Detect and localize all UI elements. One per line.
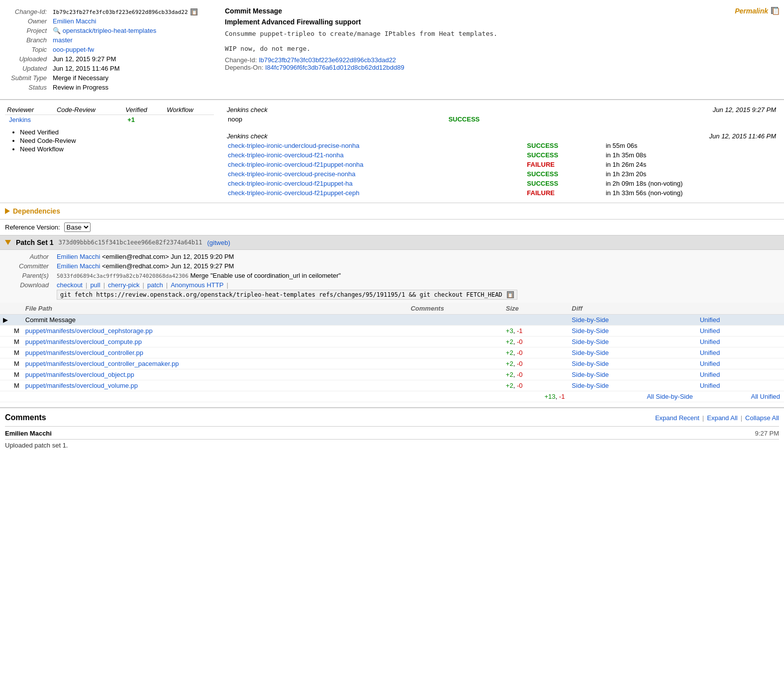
topic-value[interactable]: ooo-puppet-fw [51,45,214,54]
jenkins-date-2: Jun 12, 2015 11:46 PM [524,131,778,141]
topic-row: Topic ooo-puppet-fw [5,45,214,54]
file-path-2[interactable]: puppet/manifests/overcloud_compute.pp [22,337,408,347]
commit-message-label: Commit Message [225,7,282,15]
cherry-pick-link[interactable]: cherry-pick [108,281,140,289]
commit-header: Commit Message Permalink 📋 [225,7,778,15]
file-row-4: M puppet/manifests/overcloud_controller_… [0,358,784,369]
dependencies-collapse-icon[interactable] [5,208,10,214]
jenkins-check-time-4: in 1h 23m 20s [603,169,778,179]
file-comments-1 [407,326,502,337]
reviewer-name-jenkins[interactable]: Jenkins [5,115,55,125]
commit-msg-path[interactable]: Commit Message [22,315,408,326]
file-size-col: Size [503,303,569,315]
reference-version-select[interactable]: Base [64,223,91,232]
commit-depends-on-link[interactable]: I84fc79096f6fc3db76a61d012d8cb62dd12bdd8… [265,64,404,71]
reviewer-workflow-jenkins [165,115,214,125]
jenkins-check-status-2: SUCCESS [524,150,602,160]
jenkins-check-time-6: in 1h 33m 56s (non-voting) [603,188,778,198]
reviewer-code-review-jenkins [55,115,123,125]
file-status-6: M [11,380,22,391]
file-unified-6[interactable]: Unified [697,380,784,391]
change-id-label: Change-Id: [5,7,51,16]
patch-author-link[interactable]: Emilien Macchi [57,253,100,260]
jenkins-check-name-3[interactable]: check-tripleo-ironic-overcloud-f21puppet… [225,160,524,169]
jenkins-check-row-1: check-tripleo-ironic-undercloud-precise-… [225,141,778,150]
patch-download-value: checkout | pull | cherry-pick | patch | … [53,280,521,301]
file-unified-4[interactable]: Unified [697,358,784,369]
jenkins-check-status-6: FAILURE [524,188,602,198]
patch-author-email: <emilien@redhat.com> [102,253,169,260]
commit-msg-expand-icon[interactable]: ▶ [0,315,11,326]
status-label: Status [5,83,51,92]
commit-msg-side-by-side[interactable]: Side-by-Side [569,315,696,326]
file-unified-5[interactable]: Unified [697,369,784,380]
jenkins-check-row-2: check-tripleo-ironic-overcloud-f21-nonha… [225,150,778,160]
patch-set-gitweb-link[interactable]: (gitweb) [207,239,230,246]
file-sbs-2[interactable]: Side-by-Side [569,337,696,347]
patch-set-collapse-icon[interactable] [5,240,11,245]
file-totals-row: +13, -1 All Side-by-Side All Unified [0,391,784,402]
status-value: Review in Progress [51,83,214,92]
file-unified-2[interactable]: Unified [697,337,784,347]
file-path-4[interactable]: puppet/manifests/overcloud_controller_pa… [22,358,408,369]
change-id-copy-icon[interactable]: 📋 [191,8,197,15]
file-path-6[interactable]: puppet/manifests/overcloud_volume.pp [22,380,408,391]
patch-link[interactable]: patch [147,281,163,289]
pull-link[interactable]: pull [90,281,100,289]
commit-change-id-link[interactable]: Ib79c23fb27fe3fc03bf223e6922d896cb33dad2… [259,56,396,64]
file-status-4: M [11,358,22,369]
expand-recent-btn[interactable]: Expand Recent [655,414,699,422]
download-cmd-copy-icon[interactable]: 📋 [507,291,514,298]
comments-section: Comments Expand Recent | Expand All | Co… [0,407,784,454]
file-unified-1[interactable]: Unified [697,326,784,337]
branch-value[interactable]: master [51,35,214,45]
expand-all-btn[interactable]: Expand All [707,414,737,422]
commit-title: Implement Advanced Firewalling support [225,18,778,26]
anonymous-http-link[interactable]: Anonymous HTTP [171,281,223,289]
jenkins-check-name-6[interactable]: check-tripleo-ironic-overcloud-f21puppet… [225,188,524,198]
jenkins-check-time-3: in 1h 26m 24s [603,160,778,169]
jenkins-check-status-1: SUCCESS [524,141,602,150]
jenkins-check-name-1[interactable]: check-tripleo-ironic-undercloud-precise-… [225,141,524,150]
collapse-all-btn[interactable]: Collapse All [745,414,779,422]
dependencies-header[interactable]: Dependencies [5,207,779,215]
comment-divider-1 [5,439,779,440]
commit-change-id-label: Change-Id: [225,56,257,64]
permalink[interactable]: Permalink 📋 [735,7,778,15]
patch-download-label: Download [15,280,53,301]
jenkins-check-name-2[interactable]: check-tripleo-ironic-overcloud-f21-nonha [225,150,524,160]
jenkins-noop-row: noop SUCCESS [225,114,778,124]
jenkins-check-name-4[interactable]: check-tripleo-ironic-overcloud-precise-n… [225,169,524,179]
patch-committer-link[interactable]: Emilien Macchi [57,262,100,270]
file-size-1: +3, -1 [503,326,569,337]
file-sbs-1[interactable]: Side-by-Side [569,326,696,337]
owner-value[interactable]: Emilien Macchi [51,16,214,26]
file-sbs-6[interactable]: Side-by-Side [569,380,696,391]
change-info: Change-Id: Ib79c23fb27fe3fc03bf223e6922d… [0,5,219,94]
permalink-copy-icon[interactable]: 📋 [771,7,778,14]
file-row-1: M puppet/manifests/overcloud_cephstorage… [0,326,784,337]
file-sbs-4[interactable]: Side-by-Side [569,358,696,369]
reviewer-row-jenkins: Jenkins +1 [5,115,214,125]
needs-list: Need Verified Need Code-Review Need Work… [5,128,214,153]
file-path-3[interactable]: puppet/manifests/overcloud_controller.pp [22,347,408,358]
file-unified-3[interactable]: Unified [697,347,784,358]
file-path-5[interactable]: puppet/manifests/overcloud_object.pp [22,369,408,380]
patch-committer-date: Jun 12, 2015 9:27 PM [171,262,234,270]
reviewer-verified-jenkins: +1 [123,115,165,125]
file-all-unified[interactable]: All Unified [697,391,784,402]
workflow-col-header: Workflow [165,105,214,115]
jenkins-noop-name: noop [225,114,445,124]
patch-author-date: Jun 12, 2015 9:20 PM [171,253,234,260]
file-size-5: +2, -0 [503,369,569,380]
patch-parent-hash: 5033fd06894c3ac9ff99a82cb74020868da42306 [57,273,189,279]
file-sbs-5[interactable]: Side-by-Side [569,369,696,380]
checkout-link[interactable]: checkout [57,281,83,289]
file-path-1[interactable]: puppet/manifests/overcloud_cephstorage.p… [22,326,408,337]
project-value[interactable]: 🔍 openstack/tripleo-heat-templates [51,26,214,35]
jenkins-check-name-5[interactable]: check-tripleo-ironic-overcloud-f21puppet… [225,179,524,188]
commit-msg-unified[interactable]: Unified [697,315,784,326]
file-sbs-3[interactable]: Side-by-Side [569,347,696,358]
file-all-sbs[interactable]: All Side-by-Side [569,391,696,402]
file-status-2: M [11,337,22,347]
